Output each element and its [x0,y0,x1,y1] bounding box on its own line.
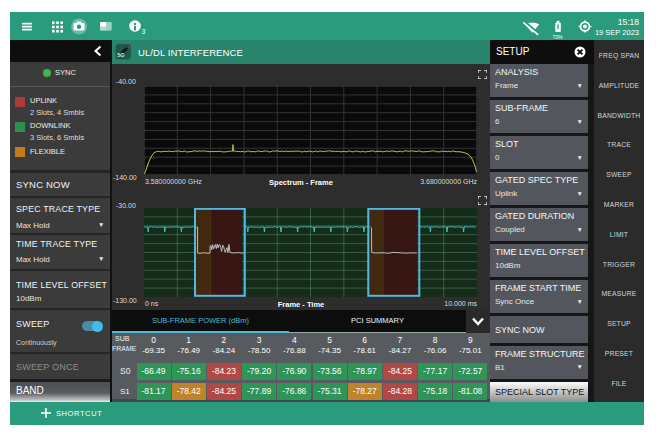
svg-text:19 SEP 2023: 19 SEP 2023 [595,28,639,37]
svg-text:73%: 73% [553,34,564,40]
svg-text:15:18: 15:18 [618,17,640,27]
svg-text:5G: 5G [117,52,124,58]
svg-text:3: 3 [142,28,146,35]
